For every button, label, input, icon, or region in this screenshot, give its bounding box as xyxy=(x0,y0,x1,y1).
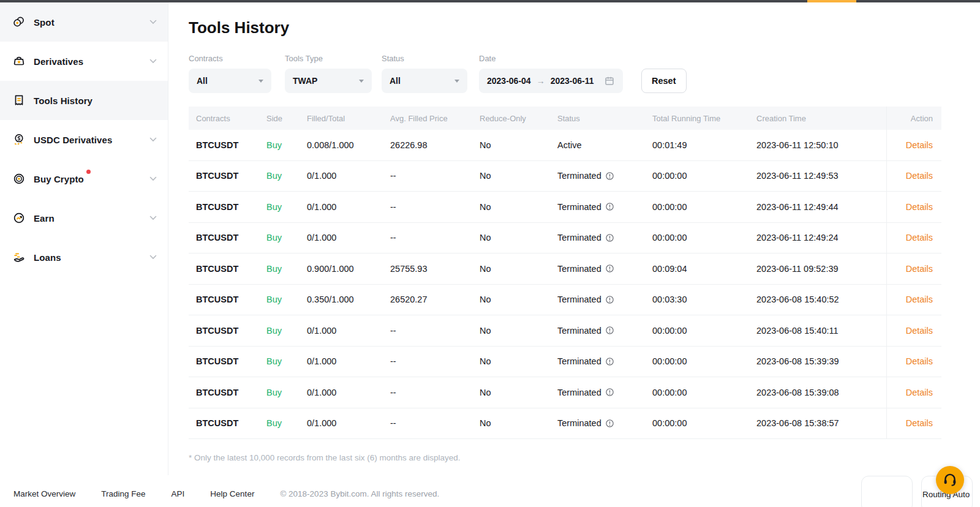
cell-avg-filled-price: -- xyxy=(390,171,480,181)
sidebar-item-usdc-derivatives[interactable]: USDC Derivatives xyxy=(0,120,168,159)
cell-status: Terminated xyxy=(557,171,652,181)
tools-history-icon xyxy=(12,94,26,107)
earn-icon xyxy=(12,211,26,225)
sidebar-item-buy-crypto[interactable]: Buy Crypto xyxy=(0,159,168,198)
cell-status: Active xyxy=(557,140,652,150)
cell-total-running-time: 00:00:00 xyxy=(652,326,756,336)
cell-contracts: BTCUSDT xyxy=(189,295,266,304)
cell-status: Terminated xyxy=(557,264,652,274)
footer-link-market-overview[interactable]: Market Overview xyxy=(13,489,75,498)
info-icon[interactable] xyxy=(605,388,614,397)
cell-action: Details xyxy=(886,223,941,254)
spot-icon xyxy=(12,15,26,29)
date-end-value: 2023-06-11 xyxy=(551,76,594,86)
info-icon[interactable] xyxy=(605,419,614,428)
contracts-filter: Contracts All xyxy=(189,54,285,93)
column-header-status: Status xyxy=(557,114,652,123)
date-filter: Date 2023-06-04 → 2023-06-11 xyxy=(479,54,641,93)
cell-avg-filled-price: -- xyxy=(390,418,480,428)
cell-total-running-time: 00:00:00 xyxy=(652,171,756,181)
caret-down-icon xyxy=(359,80,364,83)
info-icon[interactable] xyxy=(605,326,614,335)
sidebar-item-loans[interactable]: Loans xyxy=(0,238,168,277)
details-link[interactable]: Details xyxy=(906,140,933,150)
cell-action: Details xyxy=(886,408,941,439)
footer-link-help-center[interactable]: Help Center xyxy=(210,489,254,498)
notification-dot xyxy=(86,170,91,174)
cell-total-running-time: 00:03:30 xyxy=(652,295,756,304)
date-start-value: 2023-06-04 xyxy=(487,76,531,86)
arrow-right-icon: → xyxy=(537,76,545,86)
cell-action: Details xyxy=(886,130,941,160)
cell-action: Details xyxy=(886,285,941,315)
cell-side: Buy xyxy=(266,233,307,242)
cell-creation-time: 2023-06-11 12:49:24 xyxy=(756,233,886,242)
sidebar-item-label: Earn xyxy=(34,213,55,223)
column-header-reduce-only: Reduce-Only xyxy=(480,114,557,123)
chevron-down-icon xyxy=(149,216,157,220)
tools-type-filter-label: Tools Type xyxy=(285,54,382,63)
info-icon[interactable] xyxy=(605,202,614,211)
details-link[interactable]: Details xyxy=(906,295,933,304)
tools-type-select-value: TWAP xyxy=(293,76,317,86)
support-chat-button[interactable] xyxy=(936,466,964,494)
cell-contracts: BTCUSDT xyxy=(189,388,266,397)
cell-reduce-only: No xyxy=(480,418,557,428)
cell-creation-time: 2023-06-11 12:49:44 xyxy=(756,202,886,212)
details-link[interactable]: Details xyxy=(906,202,933,212)
reset-button[interactable]: Reset xyxy=(641,69,687,93)
cell-contracts: BTCUSDT xyxy=(189,356,266,366)
cell-reduce-only: No xyxy=(480,295,557,304)
info-icon[interactable] xyxy=(605,357,614,366)
sidebar-item-tools-history[interactable]: Tools History xyxy=(0,81,168,120)
status-select[interactable]: All xyxy=(382,69,467,93)
details-link[interactable]: Details xyxy=(906,418,933,428)
cell-avg-filled-price: 25755.93 xyxy=(390,264,480,274)
info-icon[interactable] xyxy=(605,171,614,181)
column-header-avg-filled-price: Avg. Filled Price xyxy=(390,114,480,123)
footer-link-api[interactable]: API xyxy=(172,489,185,498)
cell-creation-time: 2023-06-11 12:49:53 xyxy=(756,171,886,181)
caret-down-icon xyxy=(258,80,263,83)
cell-contracts: BTCUSDT xyxy=(189,233,266,242)
footer: Market Overview Trading Fee API Help Cen… xyxy=(13,489,439,498)
cell-avg-filled-price: 26226.98 xyxy=(390,140,480,150)
details-link[interactable]: Details xyxy=(906,233,933,242)
info-icon[interactable] xyxy=(605,233,614,242)
sidebar-item-earn[interactable]: Earn xyxy=(0,198,168,238)
info-icon[interactable] xyxy=(605,264,614,273)
table-row: BTCUSDT Buy 0.350/1.000 26520.27 No Term… xyxy=(189,285,941,316)
details-link[interactable]: Details xyxy=(906,388,933,397)
info-icon[interactable] xyxy=(605,295,614,304)
cell-reduce-only: No xyxy=(480,171,557,181)
details-link[interactable]: Details xyxy=(906,171,933,181)
cell-status: Terminated xyxy=(557,418,652,428)
tools-history-table: Contracts Side Filled/Total Avg. Filled … xyxy=(189,107,941,439)
cell-side: Buy xyxy=(266,264,307,274)
cell-total-running-time: 00:01:49 xyxy=(652,140,756,150)
top-scroll-thumb[interactable] xyxy=(807,0,856,2)
column-header-action: Action xyxy=(886,107,941,130)
cell-reduce-only: No xyxy=(480,140,557,150)
main-content: Tools History Contracts All Tools Type T… xyxy=(169,2,980,507)
chevron-down-icon xyxy=(149,255,157,260)
date-range-picker[interactable]: 2023-06-04 → 2023-06-11 xyxy=(479,69,623,93)
page-title: Tools History xyxy=(189,18,289,37)
details-link[interactable]: Details xyxy=(906,356,933,366)
status-text: Terminated xyxy=(557,356,601,366)
cell-side: Buy xyxy=(266,140,307,150)
copyright-text: © 2018-2023 Bybit.com. All rights reserv… xyxy=(280,489,439,498)
cell-avg-filled-price: -- xyxy=(390,356,480,366)
floating-button-left[interactable] xyxy=(861,476,913,507)
footer-link-trading-fee[interactable]: Trading Fee xyxy=(101,489,145,498)
cell-action: Details xyxy=(886,254,941,284)
contracts-select[interactable]: All xyxy=(189,69,271,93)
sidebar-item-derivatives[interactable]: Derivatives xyxy=(0,42,168,81)
cell-side: Buy xyxy=(266,418,307,428)
status-text: Terminated xyxy=(557,202,601,212)
cell-side: Buy xyxy=(266,171,307,181)
sidebar-item-spot[interactable]: Spot xyxy=(0,2,168,42)
tools-type-select[interactable]: TWAP xyxy=(285,69,372,93)
details-link[interactable]: Details xyxy=(906,264,933,274)
details-link[interactable]: Details xyxy=(906,326,933,336)
